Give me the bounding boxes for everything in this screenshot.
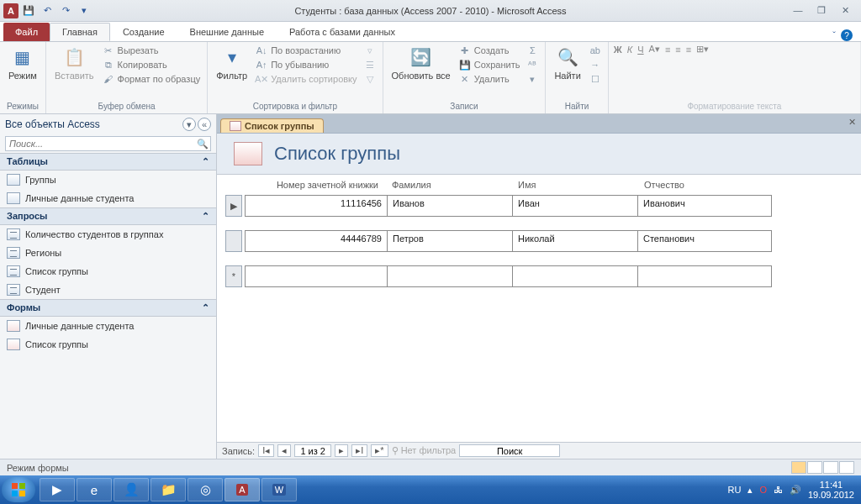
mode-button[interactable]: ▦ Режим	[5, 44, 40, 82]
app-icon[interactable]: A	[3, 3, 18, 18]
nav-item-form[interactable]: Личные данные студента	[0, 317, 216, 335]
nav-search[interactable]: 🔍	[5, 136, 211, 151]
cell-patronymic[interactable]: Иванович	[637, 195, 772, 217]
taskbar-access[interactable]: A	[224, 478, 260, 501]
nav-group-tables[interactable]: Таблицы⌃	[0, 153, 216, 171]
recnav-position-input[interactable]	[294, 444, 331, 457]
clear-sort-button[interactable]: A✕Удалить сортировку	[254, 72, 358, 86]
tab-file[interactable]: Файл	[3, 23, 50, 41]
cell-record-id[interactable]: 11116456	[245, 195, 388, 217]
tray-opera-icon[interactable]: O	[759, 485, 767, 495]
tray-clock[interactable]: 11:41 19.09.2012	[808, 480, 854, 500]
row-selector[interactable]	[225, 230, 242, 252]
taskbar-explorer[interactable]: 📁	[151, 478, 186, 501]
row-selector-new[interactable]: *	[225, 265, 242, 287]
ribbon-minimize-icon[interactable]: ˇ	[832, 30, 836, 40]
recnav-first-button[interactable]: I◂	[258, 444, 274, 457]
select-button[interactable]: ☐	[588, 72, 603, 86]
nav-group-forms[interactable]: Формы⌃	[0, 299, 216, 317]
tab-dbtools[interactable]: Работа с базами данных	[277, 23, 408, 41]
tab-external[interactable]: Внешние данные	[177, 23, 277, 41]
recnav-prev-button[interactable]: ◂	[277, 444, 291, 457]
close-tab-icon[interactable]: ✕	[848, 117, 856, 128]
document-tab[interactable]: Список группы	[220, 118, 324, 133]
tab-home[interactable]: Главная	[50, 23, 110, 41]
recnav-search-input[interactable]	[459, 444, 560, 457]
save-record-button[interactable]: 💾Сохранить	[457, 58, 522, 71]
row-selector[interactable]: ▶	[225, 195, 242, 217]
align-center-button[interactable]: ≡	[675, 45, 680, 55]
nav-search-input[interactable]	[6, 137, 195, 150]
nav-dropdown-icon[interactable]: ▾	[182, 118, 196, 131]
taskbar-user[interactable]: 👤	[114, 478, 149, 501]
close-button[interactable]: ✕	[837, 5, 853, 16]
delete-record-button[interactable]: ✕Удалить	[457, 72, 522, 86]
view-datasheet-button[interactable]	[807, 461, 822, 474]
view-design-button[interactable]	[839, 461, 854, 474]
nav-item-query[interactable]: Студент	[0, 281, 216, 299]
tray-flag-icon[interactable]: ▴	[747, 485, 753, 496]
filter-advanced-button[interactable]: ☰	[362, 58, 378, 71]
recnav-next-button[interactable]: ▸	[335, 444, 348, 457]
more-button[interactable]: ▾	[525, 72, 540, 86]
cell-record-id[interactable]: 44446789	[245, 230, 388, 252]
view-form-button[interactable]	[791, 461, 806, 474]
cell-lastname[interactable]: Иванов	[387, 195, 513, 217]
help-icon[interactable]: ?	[841, 29, 853, 41]
sort-asc-button[interactable]: A↓По возрастанию	[254, 44, 358, 57]
filter-selection-button[interactable]: ▿	[362, 44, 378, 57]
cell-firstname[interactable]	[512, 265, 638, 287]
filter-toggle-button[interactable]: ▽	[362, 72, 378, 86]
nav-collapse-icon[interactable]: «	[198, 118, 211, 131]
format-painter-button[interactable]: 🖌Формат по образцу	[101, 72, 203, 86]
italic-button[interactable]: К	[627, 45, 632, 55]
copy-button[interactable]: ⧉Копировать	[101, 58, 203, 71]
start-button[interactable]	[2, 477, 35, 502]
align-left-button[interactable]: ≡	[665, 45, 670, 55]
new-record-button[interactable]: ✚Создать	[457, 44, 522, 57]
view-layout-button[interactable]	[823, 461, 838, 474]
save-icon[interactable]: 💾	[20, 3, 37, 19]
taskbar-app[interactable]: ◎	[188, 478, 223, 501]
align-right-button[interactable]: ≡	[686, 45, 691, 55]
cut-button[interactable]: ✂Вырезать	[101, 44, 203, 57]
font-color-button[interactable]: A▾	[649, 44, 660, 55]
cell-firstname[interactable]: Николай	[512, 230, 638, 252]
nav-title[interactable]: Все объекты Access	[5, 118, 100, 130]
tab-create[interactable]: Создание	[110, 23, 177, 41]
recnav-new-button[interactable]: ▸*	[371, 444, 388, 457]
taskbar-word[interactable]: W	[261, 478, 297, 501]
nav-item-query[interactable]: Количество студентов в группах	[0, 225, 216, 244]
nav-item-query[interactable]: Список группы	[0, 262, 216, 281]
nav-item-table[interactable]: Группы	[0, 171, 216, 189]
cell-patronymic[interactable]: Степанович	[637, 230, 772, 252]
replace-button[interactable]: ab	[588, 44, 603, 57]
tray-network-icon[interactable]: 🖧	[774, 485, 783, 495]
restore-button[interactable]: ❐	[814, 5, 829, 16]
bold-button[interactable]: Ж	[614, 45, 622, 55]
qat-customize-icon[interactable]: ▾	[76, 3, 92, 19]
spelling-button[interactable]: ᴬᴮ	[525, 58, 540, 71]
search-icon[interactable]: 🔍	[195, 139, 210, 150]
filter-button[interactable]: ▾Фильтр	[213, 44, 251, 82]
cell-patronymic[interactable]	[637, 265, 772, 287]
cell-lastname[interactable]: Петров	[387, 230, 513, 252]
cell-firstname[interactable]: Иван	[512, 195, 638, 217]
goto-button[interactable]: →	[588, 58, 603, 71]
refresh-all-button[interactable]: 🔄Обновить все	[388, 44, 454, 82]
totals-button[interactable]: Σ	[525, 44, 540, 57]
find-button[interactable]: 🔍Найти	[551, 44, 584, 82]
cell-lastname[interactable]	[387, 265, 513, 287]
nav-item-form[interactable]: Список группы	[0, 335, 216, 354]
underline-button[interactable]: Ч	[637, 45, 643, 55]
cell-record-id[interactable]	[245, 265, 388, 287]
tray-lang[interactable]: RU	[727, 485, 741, 495]
undo-icon[interactable]: ↶	[39, 3, 55, 19]
redo-icon[interactable]: ↷	[57, 3, 74, 19]
nav-item-table[interactable]: Личные данные студента	[0, 189, 216, 207]
taskbar-ie[interactable]: e	[77, 478, 112, 501]
minimize-button[interactable]: —	[790, 5, 806, 16]
sort-desc-button[interactable]: A↑По убыванию	[254, 58, 358, 71]
recnav-last-button[interactable]: ▸I	[351, 444, 367, 457]
nav-item-query[interactable]: Регионы	[0, 244, 216, 262]
